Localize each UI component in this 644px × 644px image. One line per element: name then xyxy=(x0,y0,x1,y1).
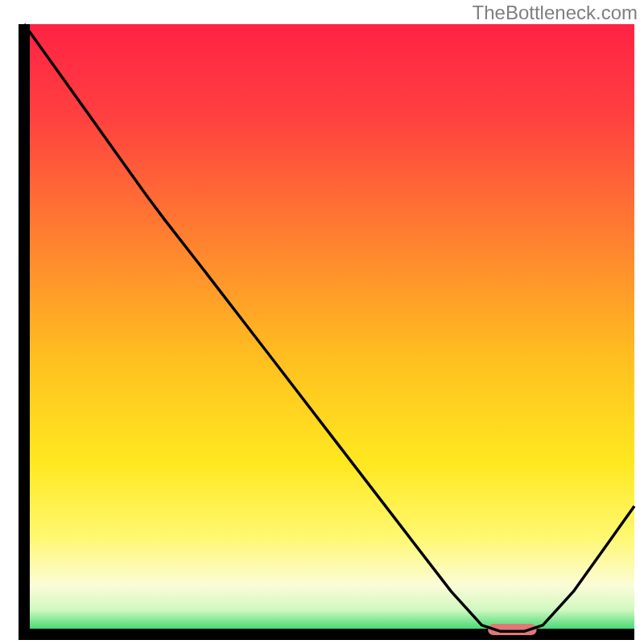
bottleneck-chart xyxy=(0,0,644,644)
gradient-background xyxy=(24,24,634,634)
watermark-text: TheBottleneck.com xyxy=(473,2,638,24)
chart-container: TheBottleneck.com xyxy=(0,0,644,644)
